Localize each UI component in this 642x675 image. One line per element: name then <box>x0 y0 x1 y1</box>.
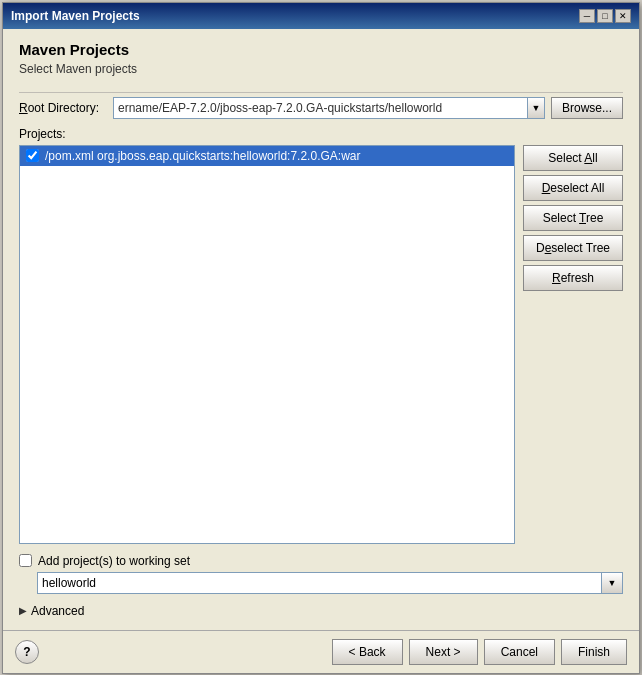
next-button[interactable]: Next > <box>409 639 478 665</box>
title-bar: Import Maven Projects ─ □ ✕ <box>3 3 639 29</box>
working-set-label: Add project(s) to working set <box>38 554 190 568</box>
project-checkbox[interactable] <box>26 149 39 162</box>
working-set-combo-row: ▼ <box>37 572 623 594</box>
finish-button[interactable]: Finish <box>561 639 627 665</box>
dialog-content: Maven Projects Select Maven projects Roo… <box>3 29 639 630</box>
title-bar-controls: ─ □ ✕ <box>579 9 631 23</box>
side-buttons: Select All Deselect All Select Tree Dese… <box>523 145 623 544</box>
page-subtitle: Select Maven projects <box>19 62 623 76</box>
root-directory-input[interactable] <box>113 97 527 119</box>
footer-right: < Back Next > Cancel Finish <box>332 639 627 665</box>
project-item[interactable]: /pom.xml org.jboss.eap.quickstarts:hello… <box>20 146 514 166</box>
advanced-row[interactable]: ▶ Advanced <box>19 604 623 618</box>
dialog-footer: ? < Back Next > Cancel Finish <box>3 630 639 673</box>
refresh-button[interactable]: Refresh <box>523 265 623 291</box>
root-directory-row: Root Directory: ▼ Browse... <box>19 97 623 119</box>
maximize-button[interactable]: □ <box>597 9 613 23</box>
root-directory-label: Root Directory: <box>19 101 107 115</box>
root-directory-dropdown[interactable]: ▼ <box>527 97 545 119</box>
close-button[interactable]: ✕ <box>615 9 631 23</box>
deselect-tree-button[interactable]: Deselect Tree <box>523 235 623 261</box>
working-set-dropdown[interactable]: ▼ <box>601 572 623 594</box>
working-set-input[interactable] <box>37 572 601 594</box>
minimize-button[interactable]: ─ <box>579 9 595 23</box>
back-button[interactable]: < Back <box>332 639 403 665</box>
browse-button[interactable]: Browse... <box>551 97 623 119</box>
page-title: Maven Projects <box>19 41 623 58</box>
advanced-arrow-icon: ▶ <box>19 605 27 616</box>
projects-list[interactable]: /pom.xml org.jboss.eap.quickstarts:hello… <box>19 145 515 544</box>
advanced-label: Advanced <box>31 604 84 618</box>
select-tree-button[interactable]: Select Tree <box>523 205 623 231</box>
project-item-text: /pom.xml org.jboss.eap.quickstarts:hello… <box>45 149 360 163</box>
deselect-all-button[interactable]: Deselect All <box>523 175 623 201</box>
help-button[interactable]: ? <box>15 640 39 664</box>
working-set-checkbox[interactable] <box>19 554 32 567</box>
separator <box>19 92 623 93</box>
root-directory-combo: ▼ <box>113 97 545 119</box>
working-set-row: Add project(s) to working set <box>19 554 623 568</box>
footer-left: ? <box>15 640 39 664</box>
projects-label: Projects: <box>19 127 623 141</box>
cancel-button[interactable]: Cancel <box>484 639 555 665</box>
select-all-button[interactable]: Select All <box>523 145 623 171</box>
dialog-title: Import Maven Projects <box>11 9 140 23</box>
dialog: Import Maven Projects ─ □ ✕ Maven Projec… <box>2 2 640 674</box>
projects-area: /pom.xml org.jboss.eap.quickstarts:hello… <box>19 145 623 544</box>
